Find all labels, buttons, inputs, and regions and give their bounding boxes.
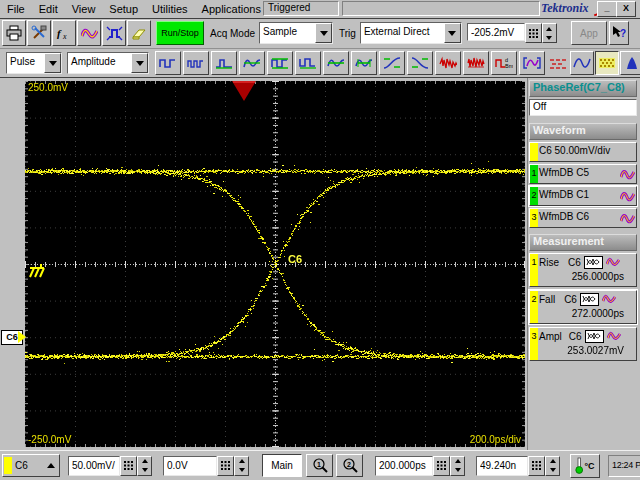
display-dots-button[interactable]: [547, 52, 569, 74]
vertical-position-input[interactable]: [163, 456, 217, 476]
math-button[interactable]: fx: [52, 20, 76, 46]
waveform-database-button[interactable]: [77, 20, 101, 46]
trigger-level-input[interactable]: [467, 23, 525, 41]
clear-data-button[interactable]: [127, 20, 151, 46]
vertical-scale-spinner[interactable]: [137, 456, 152, 476]
measurement-name: Rise: [539, 257, 559, 268]
timebase-main-button[interactable]: Main: [262, 454, 302, 477]
printer-icon: [6, 25, 22, 41]
vertical-scale-input[interactable]: [68, 456, 120, 476]
delay-input[interactable]: [476, 456, 528, 476]
horizontal-scale-control: [375, 456, 465, 476]
svg-text:Bm: Bm: [505, 63, 513, 69]
meas-mask-button[interactable]: [519, 51, 545, 75]
meas-fall-time-button[interactable]: [407, 51, 433, 75]
temp-unit-label: °C: [584, 461, 594, 471]
menu-file[interactable]: File: [0, 2, 32, 16]
dots-display-icon: [549, 57, 567, 69]
autoset-button[interactable]: [102, 20, 126, 46]
waveform-header: Waveform: [529, 123, 637, 140]
vertical-position-control: [163, 456, 249, 476]
keypad-button[interactable]: [528, 456, 545, 476]
spin-up-icon[interactable]: [543, 24, 556, 33]
temperature-status-button[interactable]: °C: [570, 454, 600, 478]
noise-icon: [467, 56, 485, 70]
context-help-button[interactable]: ?: [609, 21, 629, 45]
vertical-scale-control: [68, 456, 152, 476]
channel-color-bar: [4, 457, 12, 474]
meas-amplitude-button[interactable]: [239, 51, 265, 75]
menu-setup[interactable]: Setup: [102, 2, 145, 16]
waveform-item-2[interactable]: 2 WfmDB C1: [529, 186, 637, 206]
meas-dbm-button[interactable]: dBm: [491, 51, 517, 75]
display-vectors-button[interactable]: [570, 51, 594, 75]
delay-control: [476, 456, 560, 476]
measure-class-select[interactable]: Pulse: [6, 52, 62, 74]
svg-text:x: x: [62, 32, 67, 40]
print-button[interactable]: [2, 20, 26, 46]
mask-test-icon: [523, 56, 541, 70]
trig-label: Trig: [339, 28, 356, 39]
svg-text:2: 2: [347, 461, 351, 468]
measurement-toolbar: Pulse Amplitude dBm: [0, 49, 640, 78]
trigger-level-spinner[interactable]: [542, 23, 557, 43]
dropdown-arrow-icon[interactable]: [444, 23, 461, 43]
keypad-button[interactable]: [120, 456, 137, 476]
trigger-source-select[interactable]: External Direct: [360, 22, 462, 44]
combo-up-arrow-icon: [47, 463, 55, 468]
phaseref-value[interactable]: Off: [529, 99, 637, 116]
measurement-item-1[interactable]: 1 Rise C6 256.0000ps: [529, 253, 637, 287]
waveform-item-3[interactable]: 3 WfmDB C6: [529, 208, 637, 228]
channel-selector[interactable]: C6: [2, 454, 60, 477]
acq-mode-select[interactable]: Sample: [259, 22, 333, 44]
meas-jitter-button[interactable]: [435, 51, 461, 75]
mean-icon: [327, 56, 345, 70]
vertical-position-spinner[interactable]: [234, 456, 249, 476]
menu-view[interactable]: View: [65, 2, 103, 16]
close-button[interactable]: X: [616, 1, 636, 17]
meas-burst-width-button[interactable]: [211, 51, 237, 75]
keypad-icon: [124, 461, 133, 470]
menu-utilities[interactable]: Utilities: [145, 2, 194, 16]
display-infinite-persistence-button[interactable]: [595, 51, 619, 75]
oscilloscope-application: File Edit View Setup Utilities Applicati…: [0, 0, 640, 480]
horizontal-scale-input[interactable]: [375, 456, 433, 476]
meas-high-low-button[interactable]: [267, 51, 293, 75]
menu-applications[interactable]: Applications: [195, 2, 268, 16]
keypad-button[interactable]: [525, 23, 542, 43]
setup-tools-button[interactable]: [27, 20, 51, 46]
keypad-button[interactable]: [217, 456, 234, 476]
measurement-item-2[interactable]: 2 Fall C6 272.0000ps: [529, 290, 637, 324]
meas-mean-button[interactable]: [323, 51, 349, 75]
zoom-2-button[interactable]: 2: [336, 454, 363, 477]
measurement-item-3[interactable]: 3 Ampl C6 253.0027mV: [529, 327, 637, 361]
delay-spinner[interactable]: [545, 456, 560, 476]
dropdown-arrow-icon[interactable]: [131, 53, 148, 73]
meas-cycle-mean-button[interactable]: [351, 51, 377, 75]
jitter-icon: [439, 56, 457, 70]
run-stop-button[interactable]: Run/Stop: [156, 21, 204, 45]
app-button[interactable]: App: [571, 21, 607, 45]
dropdown-arrow-icon[interactable]: [44, 53, 61, 73]
tektronix-logo: Tektronix: [541, 1, 589, 16]
waveform-scale-readout[interactable]: C6 50.00mV/div: [529, 142, 637, 162]
dropdown-arrow-icon[interactable]: [315, 23, 332, 43]
measurement-name: Fall: [539, 294, 555, 305]
meas-min-max-button[interactable]: [295, 51, 321, 75]
meas-noise-button[interactable]: [463, 51, 489, 75]
meas-positive-width-button[interactable]: [155, 51, 181, 75]
waveform-item-1[interactable]: 1 WfmDB C5: [529, 164, 637, 184]
meas-rise-time-button[interactable]: [379, 51, 405, 75]
graticule-area: 250.0mV -250.0mV 200.0ps/div C6: [25, 81, 525, 447]
meas-period-button[interactable]: [183, 51, 209, 75]
menu-edit[interactable]: Edit: [32, 2, 65, 16]
display-histogram-button[interactable]: [620, 51, 640, 75]
waveform-display[interactable]: [25, 81, 525, 447]
measure-type-select[interactable]: Amplitude: [67, 52, 149, 74]
horizontal-scale-spinner[interactable]: [450, 456, 465, 476]
zoom-1-button[interactable]: 1: [306, 454, 333, 477]
keypad-icon: [221, 461, 230, 470]
minimize-button[interactable]: _: [597, 1, 617, 17]
keypad-button[interactable]: [433, 456, 450, 476]
spin-down-icon[interactable]: [543, 33, 556, 42]
